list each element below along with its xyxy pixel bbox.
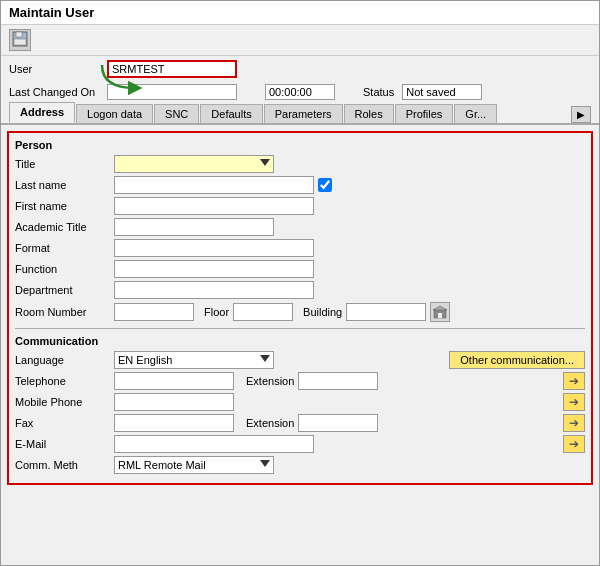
main-content: Person Title Last name First name Academ… [7, 131, 593, 485]
section-divider [15, 328, 585, 329]
firstname-label: First name [15, 200, 110, 212]
status-label: Status [363, 86, 394, 98]
language-label: Language [15, 354, 110, 366]
tab-profiles[interactable]: Profiles [395, 104, 454, 123]
mobile-row: Mobile Phone ➔ [15, 393, 585, 411]
tab-address[interactable]: Address [9, 102, 75, 123]
tab-defaults[interactable]: Defaults [200, 104, 262, 123]
firstname-input[interactable] [114, 197, 314, 215]
room-label: Room Number [15, 306, 110, 318]
communication-section: Communication Language EN English Other … [15, 335, 585, 474]
email-arrow-button[interactable]: ➔ [563, 435, 585, 453]
room-row: Room Number Floor Building [15, 302, 585, 322]
academic-label: Academic Title [15, 221, 110, 233]
tab-snc[interactable]: SNC [154, 104, 199, 123]
title-bar: Maintain User [1, 1, 599, 25]
telephone-label: Telephone [15, 375, 110, 387]
telephone-row: Telephone Extension ➔ [15, 372, 585, 390]
email-input[interactable] [114, 435, 314, 453]
user-input[interactable] [107, 60, 237, 78]
academic-input[interactable] [114, 218, 274, 236]
tab-logon[interactable]: Logon data [76, 104, 153, 123]
fax-input[interactable] [114, 414, 234, 432]
department-input[interactable] [114, 281, 314, 299]
svg-rect-2 [14, 39, 26, 45]
function-row: Function [15, 260, 585, 278]
building-lookup-button[interactable] [430, 302, 450, 322]
scroll-right-button[interactable]: ▶ [571, 106, 591, 123]
tab-gr[interactable]: Gr... [454, 104, 497, 123]
fax-extension-input[interactable] [298, 414, 378, 432]
format-input[interactable] [114, 239, 314, 257]
save-icon [11, 30, 29, 51]
person-section-title: Person [15, 139, 585, 151]
mobile-label: Mobile Phone [15, 396, 110, 408]
lastname-checkbox[interactable] [318, 178, 332, 192]
fax-label: Fax [15, 417, 110, 429]
svg-rect-6 [438, 313, 442, 318]
lastname-row: Last name [15, 176, 585, 194]
svg-marker-5 [433, 306, 447, 310]
building-label: Building [303, 306, 342, 318]
fax-arrow-button[interactable]: ➔ [563, 414, 585, 432]
building-icon [433, 305, 447, 319]
changed-label: Last Changed On [9, 86, 99, 98]
fax-extension-label: Extension [246, 417, 294, 429]
telephone-input[interactable] [114, 372, 234, 390]
save-button[interactable] [9, 29, 31, 51]
format-row: Format [15, 239, 585, 257]
status-value: Not saved [402, 84, 482, 100]
lastname-label: Last name [15, 179, 110, 191]
title-row: Title [15, 155, 585, 173]
title-label: Title [15, 158, 110, 170]
language-row: Language EN English Other communication.… [15, 351, 585, 369]
academic-row: Academic Title [15, 218, 585, 236]
floor-input[interactable] [233, 303, 293, 321]
svg-rect-1 [16, 32, 22, 37]
user-label: User [9, 63, 99, 75]
building-input[interactable] [346, 303, 426, 321]
comm-meth-select[interactable]: RML Remote Mail [114, 456, 274, 474]
email-row: E-Mail ➔ [15, 435, 585, 453]
telephone-arrow-button[interactable]: ➔ [563, 372, 585, 390]
room-input[interactable] [114, 303, 194, 321]
department-label: Department [15, 284, 110, 296]
function-input[interactable] [114, 260, 314, 278]
firstname-row: First name [15, 197, 585, 215]
fax-row: Fax Extension ➔ [15, 414, 585, 432]
language-select[interactable]: EN English [114, 351, 274, 369]
status-area: Status Not saved [363, 84, 482, 100]
changed-row: Last Changed On Status Not saved [1, 82, 599, 102]
main-window: Maintain User User Last Changed On [0, 0, 600, 566]
communication-section-title: Communication [15, 335, 585, 347]
title-select[interactable] [114, 155, 274, 173]
lastname-input[interactable] [114, 176, 314, 194]
department-row: Department [15, 281, 585, 299]
comm-meth-row: Comm. Meth RML Remote Mail [15, 456, 585, 474]
tabs-row: Address Logon data SNC Defaults Paramete… [1, 102, 599, 125]
toolbar [1, 25, 599, 56]
user-row: User [1, 56, 599, 82]
comm-meth-label: Comm. Meth [15, 459, 110, 471]
changed-date-input[interactable] [107, 84, 237, 100]
other-communication-button[interactable]: Other communication... [449, 351, 585, 369]
tel-extension-label: Extension [246, 375, 294, 387]
function-label: Function [15, 263, 110, 275]
changed-time-input[interactable] [265, 84, 335, 100]
tel-extension-input[interactable] [298, 372, 378, 390]
mobile-input[interactable] [114, 393, 234, 411]
tab-roles[interactable]: Roles [344, 104, 394, 123]
window-title: Maintain User [9, 5, 94, 20]
format-label: Format [15, 242, 110, 254]
tab-parameters[interactable]: Parameters [264, 104, 343, 123]
floor-label: Floor [204, 306, 229, 318]
mobile-arrow-button[interactable]: ➔ [563, 393, 585, 411]
email-label: E-Mail [15, 438, 110, 450]
